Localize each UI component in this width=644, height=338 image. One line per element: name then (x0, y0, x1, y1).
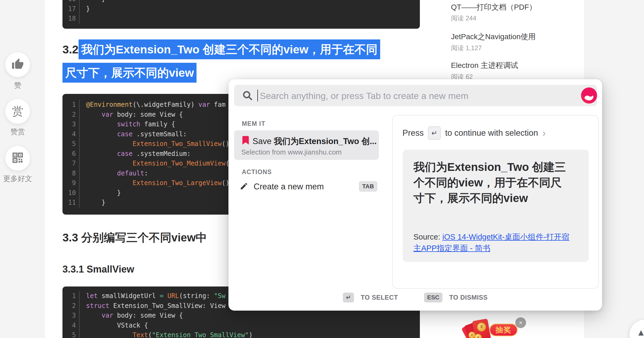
code-block-top: 16 }17}18 (62, 0, 420, 29)
selection-preview-panel: Press ↵ to continue with selection › 我们为… (392, 115, 599, 289)
yuan-symbol: ¥ (477, 336, 479, 338)
code-text: switch family { (80, 119, 175, 129)
line-number: 3 (62, 119, 80, 129)
line-number: 9 (62, 178, 80, 188)
code-line: 17} (62, 4, 420, 14)
code-text: Extension_Two_MediumView() (80, 159, 233, 168)
page: 赞 赏 赞赏 (0, 0, 644, 338)
thumbs-up-icon (12, 58, 24, 71)
code-line: 3 var body: some View { (62, 311, 420, 321)
create-new-mem-item[interactable]: Create a new mem TAB (234, 179, 379, 195)
text-caret (257, 90, 258, 101)
code-text: } (80, 188, 121, 198)
line-number: 11 (62, 198, 80, 208)
reward-label: 赞赏 (0, 127, 39, 137)
line-number: 6 (62, 149, 80, 159)
actions-label: ACTIONS (242, 168, 272, 176)
press-text: Press (402, 128, 424, 138)
like-button[interactable] (5, 52, 30, 77)
promo-close-button[interactable]: × (515, 317, 526, 328)
sidebar-article-title[interactable]: QT——打印文档（PDF） (451, 2, 536, 12)
continue-text: to continue with selection (445, 128, 538, 138)
yuan-symbol: ¥ (471, 333, 473, 337)
code-text: default: (80, 168, 148, 178)
line-number: 4 (62, 129, 80, 139)
mem-popup: MEM IT Save 我们为Extension_Two 创... Select… (228, 79, 602, 311)
press-enter-row: Press ↵ to continue with selection › (402, 126, 546, 140)
code-text: @Environment(\.widgetFamily) var fam (80, 100, 225, 110)
code-text: case .systemMedium: (80, 149, 191, 159)
coin-icon: ¥ (477, 322, 486, 332)
sidebar-article-title[interactable]: Electron 主进程调试 (451, 60, 518, 71)
line-number: 2 (62, 110, 80, 120)
source-label: Source: (413, 233, 442, 241)
heading-3-2-line2: 尺寸下，展示不同的view (62, 63, 197, 83)
more-articles-button[interactable] (5, 146, 30, 171)
code-text: Extension_Two_LargeView() (80, 178, 230, 188)
like-circle[interactable] (5, 52, 30, 77)
heading-3-2-number: 3.2 (62, 39, 79, 59)
more-articles-label: 更多好文 (0, 174, 39, 183)
lottery-button[interactable]: 抽奖 (489, 324, 518, 336)
sidebar-article-meta: 阅读 1,127 (451, 44, 482, 52)
lottery-promo[interactable]: ¥ ¥ ¥ 抽奖 (462, 317, 519, 338)
line-number: 16 (62, 0, 80, 4)
code-line: 18 (62, 14, 420, 24)
line-number: 4 (62, 321, 80, 330)
heading-3-3-1: 3.3.1 SmallView (62, 264, 134, 275)
selection-quote-text: 我们为Extension_Two 创建三个不同的view，用于在不同尺寸下，展示… (413, 159, 570, 206)
to-dismiss-label: TO DISMISS (449, 294, 488, 301)
save-selection-item[interactable]: Save 我们为Extension_Two 创... Selection fro… (234, 130, 379, 160)
search-bar[interactable] (234, 85, 597, 106)
code-text: Extension_Two_SmallView() (80, 139, 230, 149)
sidebar-article-title[interactable]: JetPack之Navigation使用 (451, 32, 536, 42)
tab-key-badge: TAB (359, 181, 377, 192)
enter-key-icon: ↵ (428, 126, 441, 140)
code-text: let smallWidgetUrl = URL(string: "Sw (80, 291, 225, 301)
search-input[interactable] (259, 85, 539, 107)
line-number: 2 (62, 301, 80, 311)
mem-it-label: MEM IT (242, 120, 265, 127)
code-line: 5 Text("Extension_Two_SmallView") (62, 330, 420, 338)
line-number: 17 (62, 4, 80, 14)
code-text: var body: some View { (80, 110, 183, 120)
reward-circle[interactable]: 赏 (5, 99, 30, 124)
to-select-label: TO SELECT (361, 294, 398, 301)
line-number: 3 (62, 311, 80, 321)
bookmark-icon (242, 136, 249, 146)
line-number: 10 (62, 188, 80, 198)
code-text: case .systemSmall: (80, 129, 187, 139)
search-icon (242, 90, 253, 102)
heading-3-3: 3.3 分别编写三个不同view中 (62, 230, 207, 245)
like-label: 赞 (0, 80, 39, 90)
popup-footer: ↵ TO SELECT ESC TO DISMISS (229, 293, 602, 302)
code-text: VStack { (80, 321, 148, 330)
heading-3-2-selection-line1: 我们为Extension_Two 创建三个不同的view，用于在不同 (79, 39, 380, 59)
heading-3-2-line1: 3.2 我们为Extension_Two 创建三个不同的view，用于在不同 (62, 39, 380, 59)
code-line: 16 } (62, 0, 420, 4)
line-number: 7 (62, 159, 80, 168)
esc-key-badge: ESC (424, 293, 442, 302)
create-new-mem-label: Create a new mem (254, 182, 324, 192)
code-line: 4 VStack { (62, 321, 420, 330)
chevron-right-icon[interactable]: › (542, 129, 546, 137)
save-item-title: Save 我们为Extension_Two 创... (253, 136, 377, 147)
qr-code-icon (11, 151, 24, 165)
close-icon: × (519, 319, 523, 326)
reward-button[interactable]: 赏 (5, 99, 30, 124)
line-number: 5 (62, 139, 80, 149)
reward-icon: 赏 (12, 104, 23, 119)
source-line: Source: iOS 14-WidgetKit-桌面小组件-打开宿主APP指定… (413, 231, 574, 254)
mem-logo-icon (581, 87, 597, 104)
pencil-icon (240, 182, 248, 192)
line-number: 1 (62, 291, 80, 301)
line-number: 5 (62, 330, 80, 338)
code-text: Text("Extension_Two_SmallView") (80, 330, 253, 338)
yuan-symbol: ¥ (480, 325, 483, 329)
code-text: } (80, 0, 105, 4)
selection-quote-card: 我们为Extension_Two 创建三个不同的view，用于在不同尺寸下，展示… (403, 150, 589, 262)
line-number: 8 (62, 168, 80, 178)
line-number: 18 (62, 14, 80, 24)
heading-3-2-selection-line2: 尺寸下，展示不同的view (62, 63, 197, 83)
qr-circle[interactable] (5, 146, 30, 171)
